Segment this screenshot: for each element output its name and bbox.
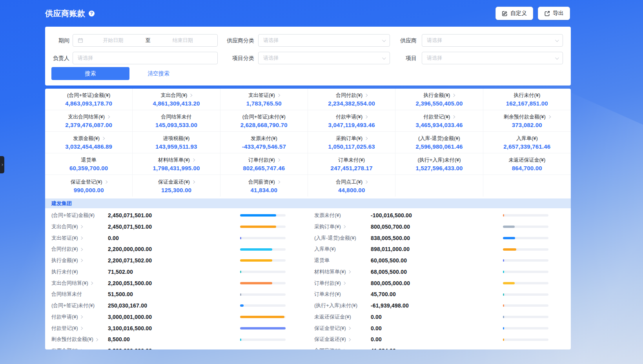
chevron-right-icon[interactable] — [452, 115, 455, 118]
summary-cell-label: 支出合同结算(¥) — [68, 113, 105, 120]
chevron-right-icon[interactable] — [342, 349, 346, 349]
chevron-right-icon[interactable] — [364, 94, 368, 97]
summary-cell-value: 162,167,851.00 — [506, 100, 548, 107]
owner-select[interactable]: 请选择 — [73, 52, 218, 64]
chevron-right-icon[interactable] — [277, 94, 280, 97]
detail-row[interactable]: 保证金返还(¥) 0.00 — [308, 334, 571, 345]
summary-cell-value: 44,800.00 — [338, 187, 365, 193]
summary-cell[interactable]: 合同点工(¥) 44,800.00 — [308, 175, 395, 197]
project-select[interactable]: 请选择 — [422, 52, 563, 64]
customize-button[interactable]: 自定义 — [495, 7, 533, 20]
detail-row-label: 保证金返还(¥) — [314, 334, 346, 345]
summary-cell[interactable]: 执行金额(¥) 2,396,550,405.00 — [395, 89, 483, 110]
detail-row[interactable]: 订单付款(¥) 800,005,000.00 — [308, 278, 571, 289]
summary-cell[interactable]: 保证金登记(¥) 990,000.00 — [45, 175, 133, 197]
chevron-right-icon[interactable] — [80, 248, 83, 251]
detail-row[interactable]: 合同薪资(¥) 41,834.00 — [308, 345, 571, 349]
detail-row[interactable]: 支出合同(¥) 2,450,071,501.00 — [45, 221, 308, 233]
chevron-right-icon[interactable] — [348, 270, 351, 273]
chevron-right-icon[interactable] — [189, 94, 192, 97]
chevron-right-icon[interactable] — [364, 180, 368, 183]
chevron-right-icon[interactable] — [80, 225, 83, 228]
summary-cell[interactable]: 付款登记(¥) 3,465,934,033.46 — [395, 110, 483, 132]
summary-cell-label: 执行未付(¥) — [514, 92, 540, 99]
summary-cell[interactable]: 合同付款(¥) 2,234,382,554.00 — [308, 89, 395, 110]
chevron-right-icon[interactable] — [90, 282, 93, 285]
clear-search-link[interactable]: 清空搜索 — [148, 70, 169, 77]
detail-row[interactable]: 支出签证(¥) 0.00 — [45, 233, 308, 244]
project-category-select[interactable]: 请选择 — [258, 52, 390, 64]
chevron-right-icon[interactable] — [342, 225, 346, 228]
detail-row[interactable]: 付款登记(¥) 3,100,016,500.00 — [45, 323, 308, 334]
detail-row-label: 未返还保证金(¥) — [314, 311, 351, 323]
chevron-right-icon[interactable] — [192, 180, 195, 183]
chevron-right-icon[interactable] — [104, 180, 107, 183]
detail-row[interactable]: 执行金额(¥) 2,200,071,502.00 — [45, 255, 308, 266]
detail-row[interactable]: 剩余预付款金额(¥) 8,500.00 — [45, 334, 308, 345]
chevron-right-icon[interactable] — [277, 180, 280, 183]
progress-fill — [503, 226, 515, 228]
summary-cell[interactable]: 付款申请(¥) 3,047,119,493.46 — [308, 110, 395, 132]
detail-row-value: -61,939,498.00 — [371, 300, 409, 311]
progress-fill — [240, 237, 241, 239]
export-button[interactable]: 导出 — [538, 7, 570, 20]
detail-row-value: 0.00 — [371, 311, 382, 323]
summary-cell[interactable]: 支出合同(¥) 4,861,309,413.20 — [133, 89, 220, 110]
detail-row-label: 订单付款(¥) — [314, 278, 341, 289]
summary-cell[interactable]: 发票金额(¥) 3,032,454,486.89 — [45, 132, 133, 153]
summary-cell[interactable]: 支出签证(¥) 1,783,765.50 — [220, 89, 308, 110]
chevron-right-icon[interactable] — [342, 282, 346, 285]
summary-cell-label: 发票金额(¥) — [73, 135, 100, 142]
summary-cell[interactable]: 材料结算单(¥) 1,798,431,995.00 — [133, 153, 220, 175]
detail-row[interactable]: 保证金登记(¥) 0.00 — [308, 323, 571, 334]
chevron-right-icon[interactable] — [277, 158, 280, 162]
detail-col-left: (合同+签证)金额(¥) 2,450,071,501.00 支出合同(¥) 2,… — [45, 208, 308, 349]
summary-cell[interactable]: 剩余预付款金额(¥) 373,082.00 — [483, 110, 571, 132]
chevron-right-icon[interactable] — [364, 137, 368, 140]
detail-row[interactable]: 支出合同结算(¥) 2,200,051,500.00 — [45, 278, 308, 289]
chevron-right-icon[interactable] — [102, 137, 105, 140]
chevron-right-icon[interactable] — [80, 259, 83, 262]
progress-fill — [240, 259, 272, 262]
chevron-right-icon[interactable] — [95, 338, 98, 341]
summary-cell[interactable]: 采购订单(¥) 1,050,117,025.63 — [308, 132, 395, 153]
chevron-right-icon[interactable] — [452, 94, 455, 97]
detail-row-value: 0.00 — [371, 334, 382, 345]
summary-cell[interactable]: 订单付款(¥) 802,665,747.46 — [220, 153, 308, 175]
chevron-right-icon[interactable] — [80, 327, 83, 330]
detail-row-value: 3,100,016,500.00 — [108, 323, 152, 334]
select-placeholder: 请选择 — [263, 37, 279, 44]
search-button[interactable]: 搜索 — [51, 67, 129, 80]
chevron-right-icon[interactable] — [107, 115, 110, 118]
chevron-right-icon[interactable] — [192, 158, 195, 162]
summary-cell[interactable]: 支出合同结算(¥) 2,379,476,087.00 — [45, 110, 133, 132]
chevron-right-icon[interactable] — [348, 338, 351, 341]
detail-row[interactable]: 付款申请(¥) 3,000,001,000.00 — [45, 311, 308, 323]
summary-cell: 入库单(¥) 2,657,339,761.46 — [483, 132, 571, 153]
project-category-label: 项目分类 — [221, 52, 254, 64]
chevron-right-icon[interactable] — [348, 327, 351, 330]
supplier-select[interactable]: 请选择 — [422, 34, 563, 47]
edit-icon — [502, 11, 508, 16]
detail-row[interactable]: 采购订单(¥) 800,050,700.00 — [308, 221, 571, 233]
help-icon[interactable]: ? — [89, 11, 95, 16]
detail-row[interactable]: 发票金额(¥) 2,200,000,000.00 — [45, 345, 308, 349]
chevron-right-icon[interactable] — [364, 115, 368, 118]
summary-cell[interactable]: 保证金返还(¥) 125,300.00 — [133, 175, 220, 197]
detail-row-label: 付款登记(¥) — [51, 323, 78, 334]
chevron-right-icon[interactable] — [80, 315, 83, 318]
detail-row-value: 2,200,000,000.00 — [108, 244, 152, 255]
summary-cell[interactable]: 合同薪资(¥) 41,834.00 — [220, 175, 308, 197]
export-icon — [544, 11, 550, 16]
summary-cell-value: 3,047,119,493.46 — [328, 122, 375, 128]
supplier-category-select[interactable]: 请选择 — [258, 34, 390, 47]
chevron-right-icon[interactable] — [80, 349, 83, 349]
date-range-input[interactable]: 开始日期 至 结束日期 — [73, 34, 218, 47]
summary-cell-label: 入库单(¥) — [516, 135, 538, 142]
chevron-right-icon[interactable] — [80, 237, 83, 240]
chevron-right-icon[interactable] — [548, 115, 551, 118]
side-drawer-handle[interactable] — [0, 156, 4, 173]
detail-row[interactable]: 合同付款(¥) 2,200,000,000.00 — [45, 244, 308, 255]
summary-cell-label: 保证金返还(¥) — [158, 178, 190, 186]
detail-row[interactable]: 材料结算单(¥) 68,005,500.00 — [308, 266, 571, 278]
